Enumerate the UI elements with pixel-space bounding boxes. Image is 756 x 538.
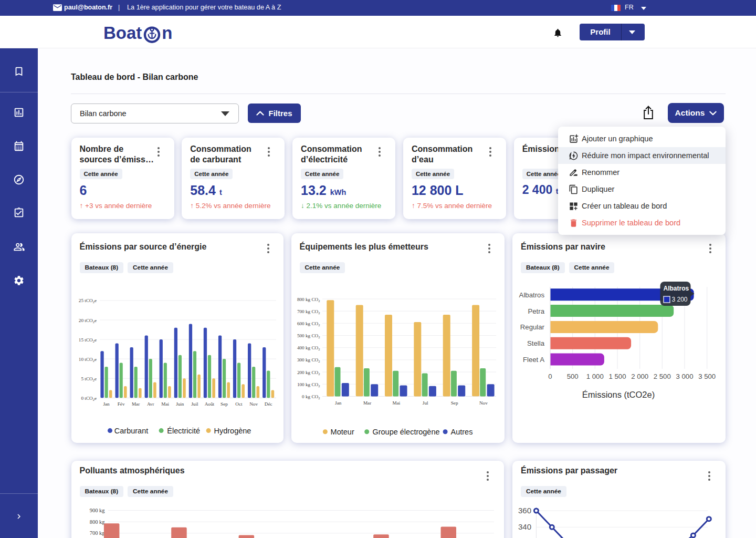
svg-text:3 200: 3 200 — [672, 296, 688, 303]
svg-text:Hydrogène: Hydrogène — [214, 427, 251, 435]
svg-text:Avr: Avr — [146, 401, 154, 407]
svg-text:Déc: Déc — [264, 401, 272, 407]
svg-text:800 kg: 800 kg — [89, 519, 105, 525]
svg-text:Nov: Nov — [249, 401, 258, 407]
svg-text:200 kg CO2: 200 kg CO2 — [297, 370, 320, 376]
svg-text:Électricité: Électricité — [167, 427, 200, 435]
svg-text:Nov: Nov — [479, 400, 487, 406]
svg-text:3 500: 3 500 — [698, 373, 716, 380]
svg-text:Sep: Sep — [220, 401, 228, 407]
svg-text:360: 360 — [518, 506, 531, 515]
svg-text:Juin: Juin — [176, 401, 184, 407]
svg-text:1 500: 1 500 — [608, 373, 626, 380]
svg-text:Mai: Mai — [392, 400, 400, 406]
svg-text:300 kg CO2: 300 kg CO2 — [297, 357, 320, 363]
svg-text:Mar: Mar — [363, 400, 371, 406]
svg-text:900 kg: 900 kg — [89, 508, 105, 513]
svg-text:700 kg CO2: 700 kg CO2 — [297, 309, 320, 315]
svg-text:10 tCO2e: 10 tCO2e — [78, 357, 96, 363]
svg-text:500 kg CO2: 500 kg CO2 — [297, 333, 320, 339]
svg-text:Jul: Jul — [422, 400, 428, 406]
svg-text:2 500: 2 500 — [654, 373, 671, 380]
svg-text:20 tCO2e: 20 tCO2e — [78, 318, 96, 324]
svg-text:Groupe électrogène: Groupe électrogène — [372, 428, 439, 436]
svg-text:Albatros: Albatros — [664, 285, 689, 292]
svg-text:Sep: Sep — [450, 400, 458, 406]
svg-text:15 tCO2e: 15 tCO2e — [78, 337, 96, 343]
svg-text:Émissions (tCO2e): Émissions (tCO2e) — [582, 390, 655, 399]
svg-text:5 tCO2e: 5 tCO2e — [81, 376, 97, 382]
svg-text:0 kg CO2: 0 kg CO2 — [302, 394, 320, 400]
svg-text:1 000: 1 000 — [586, 373, 604, 380]
svg-text:Autres: Autres — [450, 428, 472, 436]
svg-text:Mar: Mar — [131, 401, 139, 407]
svg-text:2 000: 2 000 — [631, 373, 648, 380]
svg-text:500: 500 — [567, 373, 579, 380]
svg-text:Carburant: Carburant — [114, 427, 148, 435]
svg-text:400 kg CO2: 400 kg CO2 — [297, 345, 320, 351]
svg-text:Fév: Fév — [117, 401, 124, 407]
svg-text:Petra: Petra — [528, 307, 544, 315]
svg-text:Juil: Juil — [191, 401, 198, 407]
svg-text:800 kg CO2: 800 kg CO2 — [297, 297, 320, 303]
svg-text:0: 0 — [548, 373, 552, 380]
svg-text:600 kg CO2: 600 kg CO2 — [297, 321, 320, 327]
svg-text:Regular: Regular — [520, 323, 545, 331]
svg-text:Oct: Oct — [235, 401, 243, 407]
svg-text:340: 340 — [518, 522, 531, 531]
svg-text:Fleet A: Fleet A — [523, 356, 544, 364]
svg-text:700 kg: 700 kg — [89, 530, 105, 536]
svg-text:Albatros: Albatros — [519, 291, 545, 299]
svg-text:Mai: Mai — [161, 401, 169, 407]
svg-text:Août: Août — [204, 401, 214, 407]
svg-text:3 000: 3 000 — [676, 373, 693, 380]
svg-text:Stella: Stella — [527, 339, 545, 347]
svg-text:Jan: Jan — [103, 401, 110, 407]
svg-text:100 kg CO2: 100 kg CO2 — [297, 382, 320, 388]
svg-text:Jan: Jan — [335, 400, 342, 406]
svg-text:Moteur: Moteur — [330, 428, 354, 436]
svg-text:0 tCO2e: 0 tCO2e — [81, 396, 97, 401]
svg-text:25 tCO2e: 25 tCO2e — [78, 298, 96, 304]
